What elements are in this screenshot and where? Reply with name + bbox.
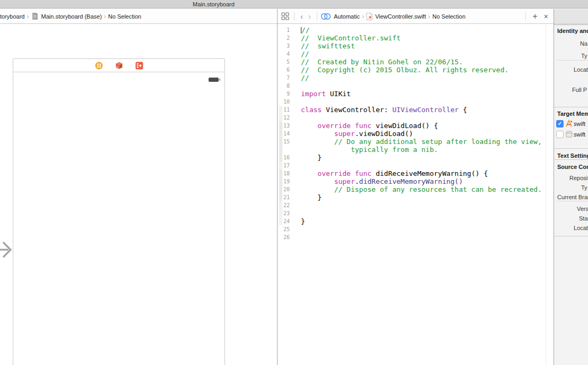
line-number[interactable]: 19 xyxy=(278,177,291,185)
initial-view-controller-arrow-icon[interactable] xyxy=(0,239,13,260)
line-number[interactable]: 8 xyxy=(278,82,291,90)
code-line[interactable]: // Do any additional setup after loading… xyxy=(301,138,542,146)
line-number[interactable]: 3 xyxy=(278,42,291,50)
code-line[interactable]: class ViewController: UIViewController { xyxy=(301,106,542,114)
view-controller-icon[interactable] xyxy=(95,62,103,70)
code-line[interactable] xyxy=(301,98,542,106)
code-line[interactable]: // xyxy=(301,26,542,34)
section-divider xyxy=(554,159,588,160)
code-line[interactable]: super.didReceiveMemoryWarning() xyxy=(301,177,542,185)
breadcrumb-parent[interactable]: toryboard xyxy=(0,13,24,20)
code-line[interactable] xyxy=(301,225,542,233)
line-number[interactable]: 21 xyxy=(278,193,291,201)
code-line[interactable]: import UIKit xyxy=(301,90,542,98)
code-line[interactable] xyxy=(301,114,542,122)
line-number[interactable] xyxy=(278,146,291,154)
main-area: toryboard › Main.storyboard (Base) › No … xyxy=(0,9,588,365)
code-line[interactable]: } xyxy=(301,154,542,162)
window-titlebar[interactable]: Main.storyboard xyxy=(0,0,588,9)
first-responder-cube-icon[interactable]: 01 xyxy=(115,62,123,70)
line-number[interactable]: 6 xyxy=(278,66,291,74)
code-line[interactable]: } xyxy=(301,193,542,201)
code-token-method: didReceiveMemoryWarning() xyxy=(359,177,463,185)
line-number[interactable]: 15 xyxy=(278,138,291,146)
code-token-comment: // Copyright (c) 2015 Olbuz. All rights … xyxy=(301,66,508,74)
line-number[interactable]: 23 xyxy=(278,209,291,217)
separator xyxy=(294,12,295,21)
code-line[interactable]: // Created by Nitin Gohel on 22/06/15. xyxy=(301,58,542,66)
code-line[interactable] xyxy=(301,233,542,241)
version-label: Vers xyxy=(577,206,588,212)
target-name: swift xyxy=(574,121,585,127)
code-line[interactable] xyxy=(301,209,542,217)
code-line[interactable] xyxy=(301,82,542,90)
line-number[interactable]: 9 xyxy=(278,90,291,98)
line-number-gutter[interactable]: 1234567891011121314151617181920212223242… xyxy=(278,24,291,241)
code-line[interactable]: // xyxy=(301,50,542,58)
line-number[interactable]: 4 xyxy=(278,50,291,58)
source-control-header: Source Con xyxy=(557,164,588,170)
related-items-icon[interactable] xyxy=(280,12,291,20)
editor-right-edge xyxy=(546,24,546,365)
code-line[interactable] xyxy=(301,162,542,169)
close-editor-button[interactable]: × xyxy=(541,13,551,20)
code-token-plain: didReceiveMemoryWarning() { xyxy=(371,169,488,177)
line-number[interactable]: 5 xyxy=(278,58,291,66)
target-checkbox-checked[interactable]: ✓ xyxy=(556,120,564,128)
code-line[interactable]: super.viewDidLoad() xyxy=(301,130,542,138)
code-line[interactable]: // ViewController.swift xyxy=(301,34,542,42)
code-line[interactable] xyxy=(301,201,542,209)
add-editor-button[interactable]: + xyxy=(529,12,540,21)
line-number[interactable]: 24 xyxy=(278,217,291,225)
line-number[interactable]: 12 xyxy=(278,114,291,122)
line-number[interactable]: 16 xyxy=(278,154,291,162)
code-token-comment: // Do any additional setup after loading… xyxy=(334,138,542,146)
line-number[interactable]: 26 xyxy=(278,233,291,241)
section-divider xyxy=(554,236,588,236)
code-token-comment: typically from a nib. xyxy=(351,146,438,154)
code-content[interactable]: //// ViewController.swift// swifttest///… xyxy=(301,24,542,241)
jump-bar-selection[interactable]: No Selection xyxy=(433,13,465,20)
line-number[interactable]: 22 xyxy=(278,201,291,209)
code-token-comment: // Dispose of any resources that can be … xyxy=(334,185,542,193)
storyboard-canvas[interactable]: 01 xyxy=(0,24,277,365)
line-number[interactable]: 14 xyxy=(278,130,291,138)
code-line[interactable]: // xyxy=(301,74,542,82)
line-number[interactable]: 17 xyxy=(278,162,291,169)
code-token-keyword: super xyxy=(334,130,355,138)
text-settings-header: Text Setting xyxy=(557,152,588,159)
code-line[interactable]: } xyxy=(301,217,542,225)
line-number[interactable]: 25 xyxy=(278,225,291,233)
code-line[interactable]: // swifttest xyxy=(301,42,542,50)
line-number[interactable]: 7 xyxy=(278,74,291,82)
line-number[interactable]: 20 xyxy=(278,185,291,193)
line-number[interactable]: 10 xyxy=(278,98,291,106)
breadcrumb-file[interactable]: Main.storyboard (Base) xyxy=(41,13,101,20)
chevron-right-icon: › xyxy=(426,13,433,20)
target-checkbox-unchecked[interactable] xyxy=(556,131,564,138)
code-line[interactable]: override func viewDidLoad() { xyxy=(301,122,542,130)
counterparts-icon[interactable] xyxy=(321,13,331,20)
line-number[interactable]: 11 xyxy=(278,106,291,114)
section-divider xyxy=(554,107,588,107)
code-line[interactable]: override func didReceiveMemoryWarning() … xyxy=(301,169,542,177)
code-line[interactable]: typically from a nib. xyxy=(301,146,542,154)
code-token-plain xyxy=(301,177,334,185)
code-line[interactable]: // Dispose of any resources that can be … xyxy=(301,185,542,193)
type-label: Ty xyxy=(581,53,587,59)
breadcrumb-selection[interactable]: No Selection xyxy=(108,13,141,20)
exit-segue-icon[interactable] xyxy=(135,62,143,70)
jump-bar-file[interactable]: ViewController.swift xyxy=(375,13,426,20)
jump-bar-mode[interactable]: Automatic xyxy=(334,13,360,20)
line-number[interactable]: 18 xyxy=(278,169,291,177)
code-line[interactable]: // Copyright (c) 2015 Olbuz. All rights … xyxy=(301,66,542,74)
inspector-toolbar xyxy=(554,9,588,24)
line-number[interactable]: 13 xyxy=(278,122,291,130)
back-button[interactable]: ‹ xyxy=(298,12,306,20)
line-number[interactable]: 2 xyxy=(278,34,291,42)
view-controller-scene[interactable]: 01 xyxy=(13,58,225,365)
forward-button[interactable]: › xyxy=(306,12,314,20)
line-number[interactable]: 1 xyxy=(278,26,291,34)
code-token-type: UIViewController xyxy=(392,106,459,114)
view-controller-view[interactable] xyxy=(13,73,224,365)
